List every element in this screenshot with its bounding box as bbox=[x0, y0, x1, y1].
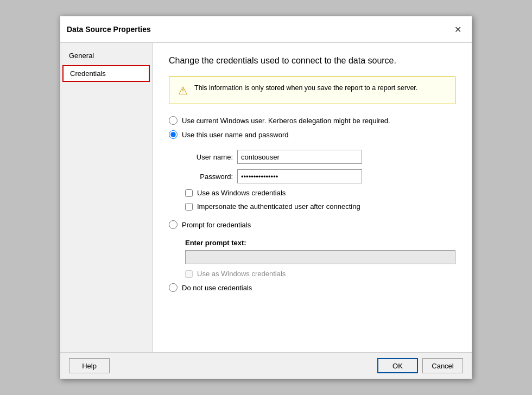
radio-prompt-row[interactable]: Prompt for credentials bbox=[169, 220, 455, 229]
warning-icon: ⚠ bbox=[178, 84, 188, 97]
windows-credentials-row[interactable]: Use as Windows credentials bbox=[185, 189, 455, 197]
userpass-subsection: User name: Password: Use as Windows cred… bbox=[185, 150, 455, 211]
username-label: User name: bbox=[185, 153, 233, 161]
dialog-title: Data Source Properties bbox=[67, 25, 151, 34]
prompt-subsection: Enter prompt text: Use as Windows creden… bbox=[185, 239, 455, 278]
username-input[interactable] bbox=[237, 150, 362, 164]
radio-userpass-label: Use this user name and password bbox=[182, 131, 289, 139]
radio-prompt-label: Prompt for credentials bbox=[182, 221, 251, 229]
cancel-button[interactable]: Cancel bbox=[422, 358, 463, 373]
close-button[interactable]: ✕ bbox=[450, 22, 465, 37]
content-title: Change the credentials used to connect t… bbox=[169, 56, 455, 66]
radio-windows-user-row[interactable]: Use current Windows user. Kerberos deleg… bbox=[169, 116, 455, 125]
sidebar: General Credentials bbox=[60, 43, 153, 352]
warning-box: ⚠ This information is only stored when y… bbox=[169, 77, 455, 104]
radio-windows-user[interactable] bbox=[169, 116, 178, 125]
impersonate-label: Impersonate the authenticated user after… bbox=[197, 202, 360, 211]
dialog-body: General Credentials Change the credentia… bbox=[60, 43, 472, 352]
impersonate-checkbox[interactable] bbox=[185, 203, 193, 211]
radio-userpass[interactable] bbox=[169, 130, 178, 139]
windows-credentials-checkbox[interactable] bbox=[185, 189, 193, 197]
radio-no-credentials[interactable] bbox=[169, 283, 178, 292]
credential-options: Use current Windows user. Kerberos deleg… bbox=[169, 116, 455, 292]
prompt-windows-credentials-row[interactable]: Use as Windows credentials bbox=[185, 270, 455, 278]
password-label: Password: bbox=[185, 173, 233, 181]
impersonate-row[interactable]: Impersonate the authenticated user after… bbox=[185, 202, 455, 211]
password-input[interactable] bbox=[237, 169, 362, 183]
prompt-windows-credentials-label: Use as Windows credentials bbox=[197, 270, 286, 278]
dialog-footer: Help OK Cancel bbox=[60, 352, 472, 379]
title-bar: Data Source Properties ✕ bbox=[60, 16, 472, 43]
ok-button[interactable]: OK bbox=[377, 358, 418, 373]
enter-prompt-label: Enter prompt text: bbox=[185, 239, 455, 247]
windows-credentials-label: Use as Windows credentials bbox=[197, 189, 286, 197]
sidebar-item-general[interactable]: General bbox=[60, 47, 152, 64]
warning-text: This information is only stored when you… bbox=[194, 84, 417, 93]
prompt-text-input[interactable] bbox=[185, 250, 455, 264]
radio-windows-user-label: Use current Windows user. Kerberos deleg… bbox=[182, 117, 390, 125]
radio-prompt[interactable] bbox=[169, 220, 178, 229]
radio-no-credentials-row[interactable]: Do not use credentials bbox=[169, 283, 455, 292]
password-row: Password: bbox=[185, 169, 455, 183]
username-row: User name: bbox=[185, 150, 455, 164]
radio-no-credentials-label: Do not use credentials bbox=[182, 284, 252, 292]
data-source-properties-dialog: Data Source Properties ✕ General Credent… bbox=[60, 16, 472, 379]
sidebar-item-credentials[interactable]: Credentials bbox=[62, 65, 150, 82]
help-button[interactable]: Help bbox=[69, 358, 110, 373]
footer-right-buttons: OK Cancel bbox=[377, 358, 463, 373]
prompt-windows-credentials-checkbox[interactable] bbox=[185, 270, 193, 278]
content-area: Change the credentials used to connect t… bbox=[153, 43, 472, 352]
radio-userpass-row[interactable]: Use this user name and password bbox=[169, 130, 455, 139]
